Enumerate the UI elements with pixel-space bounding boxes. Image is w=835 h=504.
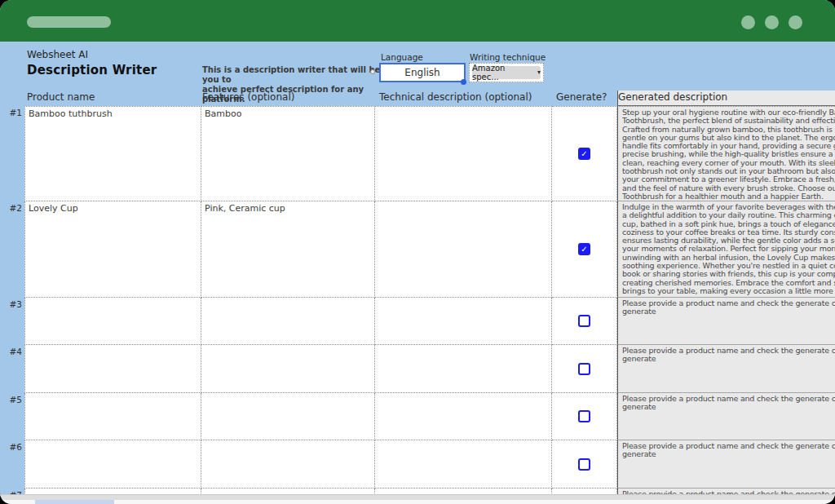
features-cell[interactable]: Pink, Ceramic cup xyxy=(201,201,375,298)
generate-cell: ✓ xyxy=(552,106,617,201)
description-line: Please provide a product name and check … xyxy=(622,395,835,403)
row-number: #2 xyxy=(0,201,22,213)
page-title: Description Writer xyxy=(27,63,157,77)
chevron-down-icon: ▾ xyxy=(537,69,541,76)
product-name-cell[interactable] xyxy=(24,440,201,489)
intro-line-1: This is a description writer that will h… xyxy=(202,65,390,85)
column-header-technical-description: Technical description (optional) xyxy=(379,91,532,106)
description-line: clean, reaching every corner of your mou… xyxy=(622,159,835,167)
horizontal-scrollbar-thumb[interactable] xyxy=(35,500,114,504)
features-cell[interactable] xyxy=(201,298,375,345)
description-line: Indulge in the warmth of your favorite b… xyxy=(622,203,835,211)
row-number: #4 xyxy=(0,345,22,356)
description-line: Please provide a product name and check … xyxy=(622,347,835,355)
description-line: handle fits comfortably in your hand, pr… xyxy=(622,142,835,150)
features-cell[interactable] xyxy=(201,393,375,440)
window-control-dot[interactable] xyxy=(741,15,755,29)
description-line: Toothbrush for a healthier mouth and a h… xyxy=(622,192,835,201)
description-line: Step up your oral hygiene routine with o… xyxy=(622,108,835,117)
generate-checkbox[interactable]: ✓ xyxy=(578,243,590,255)
generated-description-cell: Indulge in the warmth of your favorite b… xyxy=(617,201,835,298)
language-label: Language xyxy=(381,52,423,62)
product-name-cell[interactable] xyxy=(24,298,201,345)
generate-cell xyxy=(552,393,617,440)
generate-checkbox[interactable] xyxy=(578,410,590,422)
generate-checkbox[interactable] xyxy=(578,315,590,327)
selection-dot xyxy=(370,69,375,74)
generated-description-cell: Please provide a product name and check … xyxy=(617,393,835,440)
product-name-cell[interactable] xyxy=(24,345,201,393)
description-line: gentle on your gums but also kind to the… xyxy=(622,134,835,142)
description-line: your commitment to a greener lifestyle. … xyxy=(622,175,835,183)
description-line: a delightful addition to your daily rout… xyxy=(622,211,835,219)
generated-description-cell: Step up your oral hygiene routine with o… xyxy=(617,106,835,201)
description-line: coziness to your coffee breaks or tea ti… xyxy=(622,228,835,237)
writing-technique-cell: Amazon spec... ▾ xyxy=(469,63,544,82)
technical-description-cell[interactable] xyxy=(375,345,552,393)
window-control-dot[interactable] xyxy=(765,15,779,29)
description-line: generate xyxy=(622,307,835,316)
writing-technique-dropdown[interactable]: Amazon spec... ▾ xyxy=(472,66,541,79)
technical-description-cell[interactable] xyxy=(375,440,552,489)
generate-cell xyxy=(552,345,617,393)
window-control-dot[interactable] xyxy=(789,15,802,29)
description-line: creating cherished memories. Embrace the… xyxy=(622,279,835,287)
app-name: Websheet AI xyxy=(27,49,88,60)
generated-description-cell: Please provide a product name and check … xyxy=(617,440,835,489)
row-number: #6 xyxy=(0,440,22,452)
product-name-cell[interactable] xyxy=(24,393,201,440)
description-line: Please provide a product name and check … xyxy=(622,442,835,450)
language-input[interactable]: English xyxy=(379,63,466,82)
generated-description-cell: Please provide a product name and check … xyxy=(617,345,835,393)
generate-checkbox[interactable] xyxy=(578,363,590,375)
description-line: ensures lasting durability, while the ge… xyxy=(622,237,835,245)
description-line: cup, bathed in a soft pink hue, brings a… xyxy=(622,220,835,228)
row-number: #5 xyxy=(0,393,22,405)
generate-checkbox[interactable] xyxy=(578,458,590,471)
description-line: book or sharing stories with friends, th… xyxy=(622,270,835,278)
row-number: #3 xyxy=(0,298,22,309)
generate-cell xyxy=(552,440,617,489)
row-number: #1 xyxy=(0,106,22,117)
horizontal-scrollbar[interactable] xyxy=(0,500,835,504)
features-cell[interactable]: Bamboo xyxy=(201,106,375,201)
app-window: Websheet AI Description Writer This is a… xyxy=(0,0,835,504)
description-line: generate xyxy=(622,355,835,363)
description-line: generate xyxy=(622,403,835,411)
generate-cell: ✓ xyxy=(552,201,617,298)
column-header-generated-description: Generated description xyxy=(618,91,727,106)
description-line: soothing experience. Whether you're nest… xyxy=(622,262,835,270)
product-name-cell[interactable]: Lovely Cup xyxy=(24,201,201,298)
writing-technique-value: Amazon spec... xyxy=(472,64,534,82)
features-cell[interactable] xyxy=(201,345,375,393)
description-line: brings to your table, making every occas… xyxy=(622,287,835,295)
selection-handle[interactable] xyxy=(461,79,466,85)
description-line: toothbrush not only stands out in your b… xyxy=(622,167,835,175)
product-name-cell[interactable]: Bamboo tuthbrush xyxy=(24,106,201,201)
description-line: Toothbrush, the perfect blend of sustain… xyxy=(622,117,835,125)
writing-technique-label: Writing technique xyxy=(470,52,546,62)
description-line: your moments of relaxation. Perfect for … xyxy=(622,245,835,253)
technical-description-cell[interactable] xyxy=(375,393,552,440)
technical-description-cell[interactable] xyxy=(375,298,552,345)
column-header-features: Features (optional) xyxy=(202,91,294,106)
description-line: Crafted from naturally grown bamboo, thi… xyxy=(622,126,835,134)
description-line: generate xyxy=(622,450,835,458)
horizontal-scrollbar-track[interactable] xyxy=(0,494,835,500)
column-header-product-name: Product name xyxy=(27,91,95,106)
features-cell[interactable] xyxy=(201,440,375,489)
generate-cell xyxy=(552,298,617,345)
column-header-generate: Generate? xyxy=(556,91,607,106)
browser-titlebar xyxy=(0,0,835,42)
technical-description-cell[interactable] xyxy=(375,201,552,298)
description-line: precise brushing, while the high-quality… xyxy=(622,150,835,158)
generated-description-cell: Please provide a product name and check … xyxy=(617,298,835,345)
description-line: unwinding with an herbal infusion, the L… xyxy=(622,254,835,262)
address-bar-placeholder xyxy=(27,16,111,28)
description-line: Please provide a product name and check … xyxy=(622,299,835,307)
technical-description-cell[interactable] xyxy=(375,106,552,201)
description-line: and the feel of nature with every brush … xyxy=(622,184,835,192)
generate-checkbox[interactable]: ✓ xyxy=(578,148,590,160)
